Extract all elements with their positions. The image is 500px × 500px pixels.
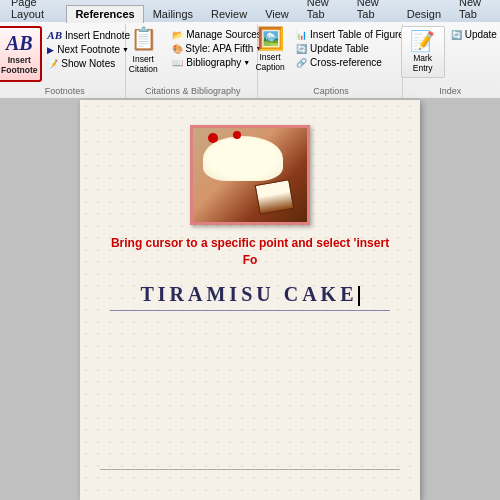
manage-sources-icon: 📂 (172, 30, 183, 40)
cursor-bar (358, 286, 360, 306)
cake-topping-1 (208, 133, 218, 143)
ribbon-body: AB Insert Footnote AB Insert Endnote ▶ N… (0, 22, 500, 98)
style-label: 🎨 Style: APA Fifth ▼ (172, 43, 262, 54)
ribbon-tabs: Page Layout References Mailings Review V… (0, 0, 500, 22)
next-footnote-icon: ▶ (47, 45, 54, 55)
instruction-text: Bring cursor to a specific point and sel… (110, 235, 390, 269)
update-table-icon: 🔄 (296, 44, 307, 54)
mark-entry-button[interactable]: 📝 Mark Entry (401, 26, 445, 78)
group-citations: 📋 Insert Citation 📂 Manage Sources 🎨 Sty… (128, 24, 258, 98)
tab-mailings[interactable]: Mailings (144, 5, 202, 23)
cross-ref-label: Cross-reference (310, 57, 382, 68)
insert-caption-button[interactable]: 🖼️ Insert Caption (250, 26, 290, 78)
document-title: TIRAMISU CAKE (110, 283, 390, 311)
update-table-label: Update Table (310, 43, 369, 54)
footnote-ab-icon: AB (6, 33, 33, 53)
tab-view[interactable]: View (256, 5, 298, 23)
tab-references[interactable]: References (66, 5, 143, 23)
cake-slice (255, 179, 295, 215)
ribbon: Page Layout References Mailings Review V… (0, 0, 500, 90)
index-update-button[interactable]: 🔄 Update (448, 28, 500, 41)
citations-group-label: Citations & Bibliography (128, 86, 257, 96)
index-update-label: Update (465, 29, 497, 40)
tab-newtab2[interactable]: New Tab (348, 0, 398, 23)
document-area: Bring cursor to a specific point and sel… (0, 90, 500, 500)
index-update-icon: 🔄 (451, 30, 462, 40)
tab-newtab1[interactable]: New Tab (298, 0, 348, 23)
document-page[interactable]: Bring cursor to a specific point and sel… (80, 100, 420, 500)
endnote-icon: AB (47, 29, 62, 41)
title-text: TIRAMISU CAKE (140, 283, 357, 305)
cake-cream (203, 136, 283, 181)
tof-icon: 📊 (296, 30, 307, 40)
tab-review[interactable]: Review (202, 5, 256, 23)
instruction-label: Bring cursor to a specific point and sel… (111, 236, 389, 267)
captions-group-label: Captions (260, 86, 401, 96)
mark-entry-label: Mark Entry (413, 53, 433, 73)
bibliography-label: Bibliography (186, 57, 241, 68)
tab-newtab3[interactable]: New Tab (450, 0, 500, 23)
tab-design[interactable]: Design (398, 5, 450, 23)
group-captions: 🖼️ Insert Caption 📊 Insert Table of Figu… (260, 24, 402, 98)
insert-footnote-button[interactable]: AB Insert Footnote (0, 26, 42, 82)
insert-citation-label: Insert Citation (129, 54, 158, 74)
show-notes-label: Show Notes (61, 58, 115, 69)
index-small-buttons: 🔄 Update (448, 26, 500, 41)
caption-icon: 🖼️ (257, 28, 284, 50)
captions-small-buttons: 📊 Insert Table of Figures 🔄 Update Table… (293, 26, 412, 69)
citation-icon: 📋 (130, 26, 157, 52)
insert-footnote-label: Insert Footnote (1, 55, 37, 75)
doc-separator (100, 469, 400, 470)
update-table-button[interactable]: 🔄 Update Table (293, 42, 412, 55)
mark-entry-icon: 📝 (410, 29, 435, 53)
group-index: 📝 Mark Entry 🔄 Update Index (405, 24, 496, 98)
index-group-label: Index (405, 86, 496, 96)
bibliography-icon: 📖 (172, 58, 183, 68)
tab-page-layout[interactable]: Page Layout (2, 0, 66, 23)
insert-table-of-figures-button[interactable]: 📊 Insert Table of Figures (293, 28, 412, 41)
show-notes-icon: 📝 (47, 59, 58, 69)
insert-caption-label: Insert Caption (255, 52, 284, 72)
cross-ref-icon: 🔗 (296, 58, 307, 68)
cross-reference-button[interactable]: 🔗 Cross-reference (293, 56, 412, 69)
insert-citation-button[interactable]: 📋 Insert Citation (120, 26, 166, 78)
group-footnotes: AB Insert Footnote AB Insert Endnote ▶ N… (4, 24, 126, 98)
image-wrapper (110, 125, 390, 225)
tof-label: Insert Table of Figures (310, 29, 409, 40)
cake-topping-2 (233, 131, 241, 139)
footnotes-group-label: Footnotes (4, 86, 125, 96)
style-icon: 🎨 (172, 44, 183, 54)
cake-image[interactable] (190, 125, 310, 225)
next-footnote-label: Next Footnote ▼ (57, 44, 129, 55)
